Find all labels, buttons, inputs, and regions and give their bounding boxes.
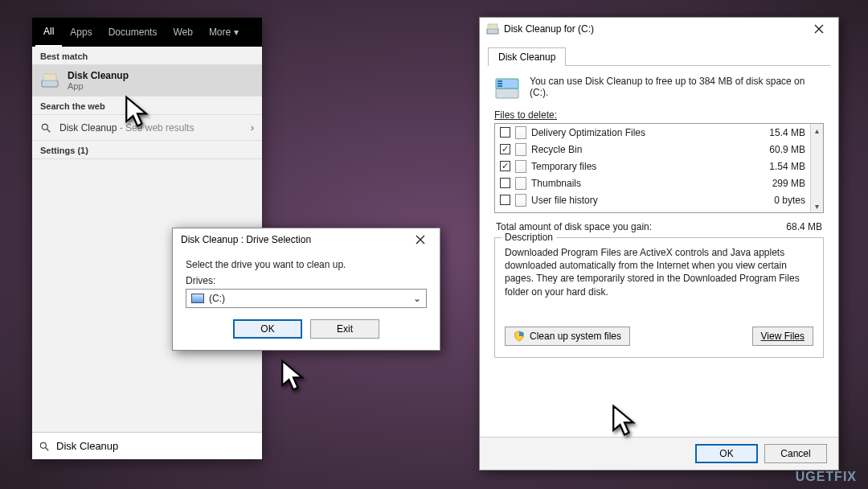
tab-label: All [43,26,54,37]
close-button[interactable] [404,228,436,251]
file-size: 299 MB [749,178,805,189]
result-subtitle: App [68,81,129,91]
close-button[interactable] [803,18,835,40]
chevron-down-icon: ⌄ [413,293,421,304]
drive-combo[interactable]: (C:) ⌄ [186,289,427,308]
file-size: 60.9 MB [749,144,805,155]
search-tab-apps[interactable]: Apps [62,18,100,47]
file-name: User file history [531,195,744,206]
svg-point-4 [40,442,46,448]
file-name: Thumbnails [531,178,744,189]
result-title: Disk Cleanup [68,70,129,81]
checkbox[interactable]: ✓ [500,161,510,171]
tab-label: More [209,27,231,38]
button-label: View Files [761,331,805,342]
cancel-button[interactable]: Cancel [764,444,827,463]
file-name: Temporary files [531,161,744,172]
search-box-row [32,432,262,459]
checkbox[interactable] [500,127,510,138]
svg-rect-7 [488,24,497,29]
file-icon [515,126,526,139]
web-suffix: - See web results [117,122,194,134]
view-files-button[interactable]: View Files [752,327,813,346]
total-value: 68.4 MB [786,221,822,232]
svg-point-2 [42,124,47,129]
close-icon [416,235,425,244]
search-icon [40,122,51,134]
clean-system-files-button[interactable]: Clean up system files [505,327,630,346]
button-label: Clean up system files [530,331,621,342]
search-tab-all[interactable]: All [35,18,62,47]
search-tab-web[interactable]: Web [165,18,200,47]
file-size: 0 bytes [749,195,805,206]
file-size: 1.54 MB [749,161,805,172]
tab-label: Apps [70,27,92,38]
svg-rect-12 [497,85,502,87]
search-tab-documents[interactable]: Documents [100,18,166,47]
close-icon [814,24,824,34]
file-icon [515,160,526,173]
svg-rect-0 [42,80,58,87]
scrollbar[interactable]: ▴ ▾ [810,124,823,212]
settings-header: Settings (1) [32,141,262,158]
result-text: Disk Cleanup App [68,70,129,91]
drives-label: Drives: [186,275,427,286]
search-web-header: Search the web [32,97,262,114]
file-name: Delivery Optimization Files [531,127,744,138]
description-header: Description [502,232,556,243]
file-row[interactable]: ✓Temporary files1.54 MB [495,158,810,175]
file-icon [515,194,526,207]
search-input[interactable] [56,440,256,452]
svg-rect-8 [496,88,518,98]
file-icon [515,143,526,156]
svg-rect-11 [497,83,502,84]
file-row[interactable]: User file history0 bytes [495,191,810,208]
intro-text: You can use Disk Cleanup to free up to 3… [530,76,824,98]
checkbox[interactable]: ✓ [500,144,510,154]
checkbox[interactable] [500,178,510,188]
dialog-footer: OK Cancel [480,437,838,470]
divider [32,158,262,159]
disk-cleanup-icon [486,23,499,35]
svg-line-5 [46,447,49,450]
svg-rect-10 [497,80,502,82]
tab-label: Documents [108,27,158,38]
ok-button[interactable]: OK [695,444,758,463]
svg-line-3 [47,129,51,132]
svg-rect-1 [43,74,56,80]
dialog-title: Disk Cleanup : Drive Selection [181,234,311,245]
file-icon [515,177,526,190]
watermark: UGETFIX [796,470,857,484]
file-row[interactable]: Thumbnails299 MB [495,175,810,191]
titlebar[interactable]: Disk Cleanup for (C:) [480,18,838,40]
exit-button[interactable]: Exit [310,319,379,339]
file-name: Recycle Bin [531,144,744,155]
file-row[interactable]: ✓Recycle Bin60.9 MB [495,141,810,158]
disk-cleanup-icon [40,71,59,90]
disk-cleanup-dialog: Disk Cleanup for (C:) Disk Cleanup You c… [479,17,839,471]
drive-icon [191,294,204,303]
scroll-down-icon[interactable]: ▾ [811,199,823,212]
file-row[interactable]: Delivery Optimization Files15.4 MB [495,124,810,141]
web-term: Disk Cleanup [59,122,117,134]
drive-selection-dialog: Disk Cleanup : Drive Selection Select th… [172,228,440,351]
titlebar[interactable]: Disk Cleanup : Drive Selection [173,228,440,251]
web-result-row[interactable]: Disk Cleanup - See web results › [32,115,262,140]
tab-disk-cleanup[interactable]: Disk Cleanup [488,47,566,66]
checkbox[interactable] [500,195,510,205]
chevron-down-icon: ▾ [234,27,239,38]
combo-value: (C:) [209,293,225,304]
ok-button[interactable]: OK [233,319,302,339]
drive-icon [494,76,520,101]
search-tabs: All Apps Documents Web More▾ [32,18,262,47]
search-tab-more[interactable]: More▾ [201,18,247,47]
best-match-header: Best match [32,47,262,64]
chevron-right-icon: › [251,121,254,134]
best-match-result[interactable]: Disk Cleanup App [32,65,262,96]
shield-icon [514,331,525,342]
scroll-up-icon[interactable]: ▴ [811,124,823,137]
description-text: Downloaded Program Files are ActiveX con… [505,246,813,304]
description-group: Description Downloaded Program Files are… [494,237,824,358]
cursor-icon [280,359,307,394]
prompt-text: Select the drive you want to clean up. [186,259,427,270]
